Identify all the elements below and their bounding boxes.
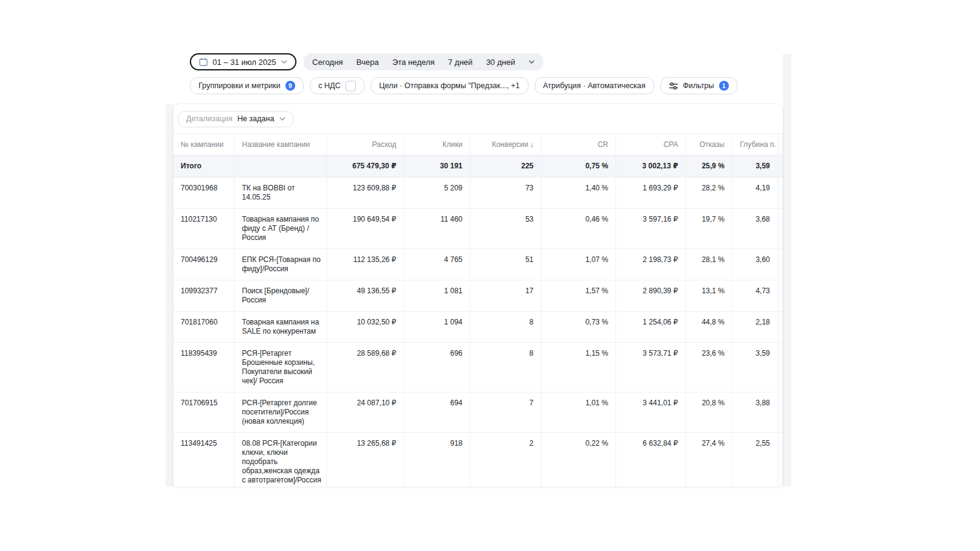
grouping-metrics-button[interactable]: Группировки и метрики 9 [190,77,304,94]
cell: 1,15 % [541,343,616,392]
cell: 701817060 [173,312,235,343]
sort-descending-icon: ↓ [528,141,533,148]
column-header-label: CPA [663,140,678,149]
quick-range-30-days[interactable]: 30 дней [486,58,515,67]
cell: 1 081 [404,280,470,312]
campaign-stats-table: № кампанииНазвание кампанииРасходКликиКо… [173,133,783,487]
cell: 17 [470,280,541,312]
column-header[interactable]: Клики [404,133,470,156]
table-row: 109932377Поиск [Брендовые]/ Россия49 136… [173,280,783,312]
cell: 694 [404,392,470,433]
cell: 11 460 [404,209,470,249]
table-body: Итого675 479,30 ₽30 1912250,75 %3 002,13… [173,156,783,487]
sliders-icon [669,82,678,90]
chevron-down-icon[interactable] [529,60,535,64]
table-row: 110217130Товарная кампания по фиду с АТ … [173,209,783,249]
cell: 30 191 [404,156,470,178]
column-header[interactable]: Расход [327,133,404,156]
cell: 1,57 % [541,280,616,312]
grouping-metrics-label: Группировки и метрики [198,81,281,90]
chevron-down-icon [279,117,285,121]
cell: 1 693,29 ₽ [616,178,686,209]
cell: 2 198,73 ₽ [616,249,686,280]
quick-range-yesterday[interactable]: Вчера [356,58,379,67]
header-row: № кампанииНазвание кампанииРасходКликиКо… [173,133,783,156]
cutoff-column [778,178,783,209]
page-side-band-right [783,54,791,487]
goals-button[interactable]: Цели · Отправка формы "Предзак..., +1 [371,77,528,94]
cell: РСЯ-[Ретаргет долгие посетители]/Россия … [235,392,327,433]
column-header[interactable]: Название кампании [235,133,327,156]
cell: 1 254,06 ₽ [616,312,686,343]
cell: 0,22 % [541,433,616,487]
cell: 3 441,01 ₽ [616,392,686,433]
filters-toolbar: Группировки и метрики 9 с НДС Цели · Отп… [190,77,737,94]
cutoff-column [778,133,783,156]
cell: 27,4 % [686,433,733,487]
vat-toggle-button[interactable]: с НДС [310,77,364,94]
table-row: 11349142508.08 РСЯ-[Категории ключи, клю… [173,433,783,487]
table-row: 118395439РСЯ-[Ретаргет Брошенные корзины… [173,343,783,392]
cell: 918 [404,433,470,487]
cell: 110217130 [173,209,235,249]
column-header-label: Расход [372,140,396,149]
grouping-metrics-badge: 9 [285,81,295,91]
cell: ТК на BOBBI от 14.05.25 [235,178,327,209]
column-header[interactable]: № кампании [173,133,235,156]
cell: Товарная кампания на SALE по конкурентам [235,312,327,343]
cutoff-column [778,312,783,343]
cell: 3,59 [733,343,778,392]
column-header[interactable]: Отказы [686,133,733,156]
cell: Поиск [Брендовые]/ Россия [235,280,327,312]
cell: 113491425 [173,433,235,487]
cell: 3,88 [733,392,778,433]
cell: 49 136,55 ₽ [327,280,404,312]
cell: 3 597,16 ₽ [616,209,686,249]
column-header[interactable]: Глубина п… [733,133,778,156]
cell: 44,8 % [686,312,733,343]
quick-range-this-week[interactable]: Эта неделя [392,58,434,67]
cell: 4,19 [733,178,778,209]
vat-checkbox[interactable] [345,81,356,91]
cell: 109932377 [173,280,235,312]
cell: 696 [404,343,470,392]
filters-badge: 1 [719,81,729,91]
cell: 0,46 % [541,209,616,249]
cutoff-column [778,249,783,280]
attribution-button[interactable]: Атрибуция · Автоматическая [535,77,654,94]
quick-range-today[interactable]: Сегодня [312,58,343,67]
cell: 3 573,71 ₽ [616,343,686,392]
filters-label: Фильтры [683,81,714,90]
column-header-label: Клики [442,140,462,149]
chevron-down-icon [281,60,287,64]
cell: 2,55 [733,433,778,487]
cell: 23,6 % [686,343,733,392]
cell: 4,73 [733,280,778,312]
column-header[interactable]: CR [541,133,616,156]
cell: Итого [173,156,235,178]
cutoff-column [778,343,783,392]
cell: 1,40 % [541,178,616,209]
cell: 19,7 % [686,209,733,249]
cell: 3,68 [733,209,778,249]
detail-selector[interactable]: Детализация Не задана [178,111,294,127]
cell: 28 589,68 ₽ [327,343,404,392]
cell: РСЯ-[Ретаргет Брошенные корзины, Покупат… [235,343,327,392]
calendar-icon [199,58,208,66]
column-header[interactable]: Конверсии ↓ [470,133,541,156]
filters-button[interactable]: Фильтры 1 [660,77,737,94]
cell: 13,1 % [686,280,733,312]
table-row: 700496129ЕПК РСЯ-[Товарная по фиду]/Росс… [173,249,783,280]
date-range-label: 01 – 31 июл 2025 [213,58,276,67]
cutoff-column [778,280,783,312]
cell: 1,07 % [541,249,616,280]
column-header-label: CR [598,140,608,149]
date-range-selector[interactable]: 01 – 31 июл 2025 [190,53,296,70]
column-header[interactable]: CPA [616,133,686,156]
cell: 7 [470,392,541,433]
quick-range-7-days[interactable]: 7 дней [448,58,473,67]
report-card: Детализация Не задана № кампанииНазвание… [173,104,783,487]
cell: 28,2 % [686,178,733,209]
table-row: 701817060Товарная кампания на SALE по ко… [173,312,783,343]
vat-label: с НДС [318,81,341,90]
